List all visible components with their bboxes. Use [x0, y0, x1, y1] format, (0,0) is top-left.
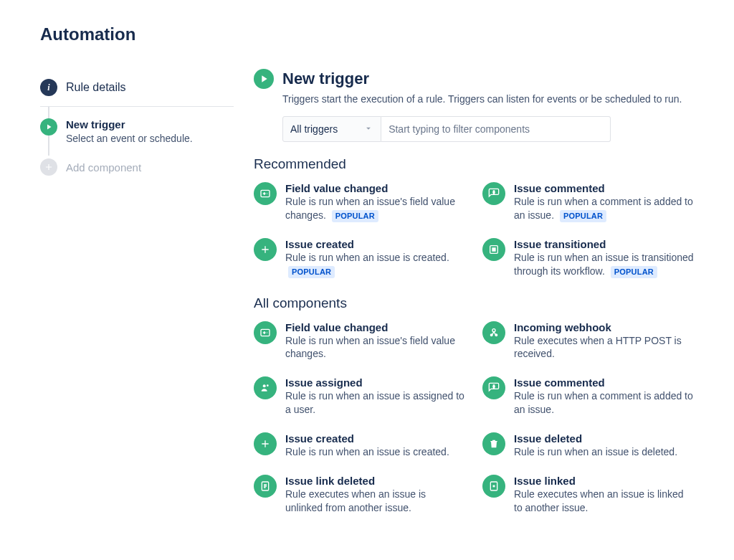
trigger-card-title: Field value changed	[285, 182, 465, 194]
trigger-card-desc: Rule is run when an issue's field value …	[285, 195, 465, 222]
assigned-icon	[254, 376, 277, 399]
comment-icon	[482, 376, 505, 399]
trigger-filter-select[interactable]: All triggers	[282, 116, 381, 142]
trash-icon	[482, 432, 505, 455]
trigger-card-title: Issue commented	[514, 182, 694, 194]
svg-point-7	[267, 385, 269, 387]
sidebar-item-new-trigger[interactable]: New trigger Select an event or schedule.	[40, 107, 234, 156]
info-icon: i	[40, 79, 57, 96]
trigger-card-desc: Rule is run when an issue is assigned to…	[285, 389, 465, 417]
svg-point-5	[495, 334, 497, 336]
trigger-card-desc: Rule is run when a comment is added to a…	[514, 389, 694, 417]
trigger-card-title: Issue linked	[514, 475, 694, 487]
trigger-card-title: Issue commented	[514, 376, 694, 389]
trigger-card[interactable]: Issue transitionedRule is run when an is…	[482, 238, 694, 278]
plus-icon	[254, 432, 277, 455]
sidebar: i Rule details New trigger Select an eve…	[40, 69, 234, 532]
trigger-card[interactable]: Issue linkedRule executes when an issue …	[482, 475, 694, 515]
new-trigger-subtitle: Select an event or schedule.	[66, 133, 193, 144]
webhook-icon	[482, 321, 505, 344]
trigger-card-title: Issue assigned	[285, 376, 465, 389]
trigger-card-desc: Rule is run when a comment is added to a…	[514, 195, 694, 222]
trigger-card-desc: Rule executes when an issue is linked to…	[514, 488, 694, 515]
svg-point-6	[263, 385, 266, 388]
trigger-card-title: Issue deleted	[514, 432, 677, 445]
plus-circle-icon	[40, 158, 57, 176]
transition-icon	[482, 238, 505, 261]
field-change-icon	[254, 182, 277, 205]
trigger-card[interactable]: Issue createdRule is run when an issue i…	[254, 432, 465, 459]
trigger-card-desc: Rule is run when an issue is transitione…	[514, 251, 694, 278]
trigger-card[interactable]: Issue commentedRule is run when a commen…	[482, 182, 694, 222]
popular-badge: POPULAR	[560, 210, 606, 222]
trigger-card[interactable]: Issue assignedRule is run when an issue …	[254, 376, 465, 417]
comment-icon	[482, 182, 505, 205]
trigger-card-desc: Rule executes when a HTTP POST is receiv…	[514, 334, 694, 361]
trigger-card-desc: Rule is run when an issue's field value …	[285, 334, 465, 361]
popular-badge: POPULAR	[332, 210, 378, 222]
trigger-card[interactable]: Issue commentedRule is run when a commen…	[482, 376, 694, 417]
trigger-card-desc: Rule is run when an issue is created.	[285, 445, 449, 459]
trigger-card[interactable]: Issue createdRule is run when an issue i…	[254, 238, 465, 278]
sidebar-rule-details-label: Rule details	[66, 81, 126, 94]
trigger-card-desc: Rule is run when an issue is created. PO…	[285, 251, 465, 278]
popular-badge: POPULAR	[611, 266, 657, 278]
play-icon	[40, 118, 57, 136]
trigger-card[interactable]: Field value changedRule is run when an i…	[254, 321, 465, 361]
main-heading: New trigger	[282, 70, 369, 88]
add-component-label: Add component	[66, 161, 141, 174]
trigger-filter-label: All triggers	[290, 123, 338, 135]
chevron-down-icon	[363, 123, 373, 136]
trigger-card-title: Issue transitioned	[514, 238, 694, 250]
trigger-card[interactable]: Issue deletedRule is run when an issue i…	[482, 432, 694, 459]
trigger-card-desc: Rule executes when an issue is unlinked …	[285, 488, 465, 515]
play-icon	[254, 69, 274, 89]
component-search-input[interactable]	[381, 116, 611, 142]
trigger-card-title: Incoming webhook	[514, 321, 694, 333]
trigger-card-title: Issue link deleted	[285, 475, 465, 487]
section-recommended-heading: Recommended	[254, 156, 694, 172]
new-trigger-title: New trigger	[66, 118, 193, 130]
sidebar-item-add-component[interactable]: Add component	[40, 156, 234, 186]
trigger-card[interactable]: Field value changedRule is run when an i…	[254, 182, 465, 222]
plus-icon	[254, 238, 277, 261]
main-description: Triggers start the execution of a rule. …	[282, 93, 694, 105]
field-change-icon	[254, 321, 277, 344]
link-del-icon	[254, 475, 277, 498]
trigger-card-title: Field value changed	[285, 321, 465, 333]
popular-badge: POPULAR	[288, 266, 335, 278]
section-all-heading: All components	[254, 295, 694, 311]
all-components-grid: Field value changedRule is run when an i…	[254, 321, 694, 515]
trigger-card-desc: Rule is run when an issue is deleted.	[514, 445, 677, 459]
trigger-card-title: Issue created	[285, 432, 449, 445]
page-title: Automation	[40, 24, 694, 44]
link-icon	[482, 475, 505, 498]
sidebar-item-rule-details[interactable]: i Rule details	[40, 69, 234, 107]
trigger-card[interactable]: Issue link deletedRule executes when an …	[254, 475, 465, 515]
svg-point-3	[492, 328, 495, 331]
recommended-grid: Field value changedRule is run when an i…	[254, 182, 694, 278]
trigger-card[interactable]: Incoming webhookRule executes when a HTT…	[482, 321, 694, 361]
main-panel: New trigger Triggers start the execution…	[248, 69, 694, 532]
trigger-card-title: Issue created	[285, 238, 465, 250]
svg-point-4	[490, 334, 492, 336]
